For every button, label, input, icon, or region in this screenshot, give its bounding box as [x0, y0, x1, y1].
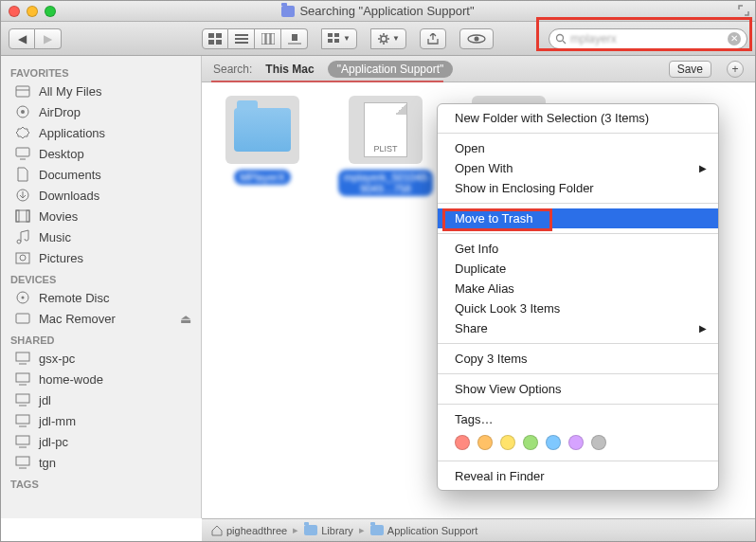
clear-search-button[interactable]: ✕ [728, 32, 741, 45]
menu-copy-items[interactable]: Copy 3 Items [438, 349, 718, 369]
menu-duplicate[interactable]: Duplicate [438, 259, 718, 279]
svg-rect-21 [16, 86, 29, 97]
svg-rect-1 [216, 33, 222, 38]
applications-icon [14, 125, 31, 140]
pictures-icon [14, 250, 31, 265]
forward-button[interactable]: ▶ [35, 28, 62, 49]
close-window-button[interactable] [9, 6, 20, 17]
path-crumb-appsupport[interactable]: Application Support [370, 525, 477, 536]
shared-pc-icon [14, 455, 31, 470]
action-button[interactable]: ▼ [370, 28, 406, 49]
menu-tags[interactable]: Tags… [438, 409, 718, 429]
sidebar-item-downloads[interactable]: Downloads [1, 185, 201, 206]
coverflow-view-button[interactable] [281, 28, 308, 49]
sidebar: FAVORITES All My Files AirDrop Applicati… [1, 56, 202, 518]
tag-orange[interactable] [477, 435, 493, 450]
menu-new-folder-selection[interactable]: New Folder with Selection (3 Items) [438, 108, 718, 128]
svg-rect-13 [334, 33, 339, 37]
menu-reveal-in-finder[interactable]: Reveal in Finder [438, 466, 718, 486]
shared-pc-icon [14, 371, 31, 387]
file-item-plist[interactable]: PLIST mplayerk_501048-9049…758 [344, 96, 427, 505]
sidebar-item-all-my-files[interactable]: All My Files [1, 81, 201, 101]
sidebar-header-devices: DEVICES [1, 268, 201, 287]
eject-icon[interactable]: ⏏ [180, 312, 191, 326]
chevron-right-icon: ▸ [359, 524, 365, 536]
folder-icon [234, 108, 291, 152]
sidebar-item-movies[interactable]: Movies [1, 206, 201, 226]
sidebar-item-tgn[interactable]: tgn [1, 452, 201, 473]
svg-rect-38 [16, 373, 29, 382]
shared-pc-icon [14, 392, 31, 407]
save-search-button[interactable]: Save [669, 61, 711, 78]
arrange-button[interactable]: ▼ [321, 28, 357, 49]
sidebar-item-music[interactable]: Music [1, 226, 201, 247]
svg-point-24 [21, 110, 25, 114]
remote-disc-icon [14, 290, 31, 305]
menu-move-to-trash[interactable]: Move to Trash [438, 208, 718, 228]
sidebar-item-documents[interactable]: Documents [1, 164, 201, 185]
column-view-button[interactable] [255, 28, 281, 49]
sidebar-header-favorites: FAVORITES [1, 62, 201, 81]
add-criteria-button[interactable]: + [727, 61, 744, 78]
folder-icon [304, 525, 317, 535]
svg-rect-35 [16, 314, 29, 323]
svg-rect-46 [16, 457, 29, 465]
minimize-window-button[interactable] [27, 6, 38, 17]
tag-color-row [438, 429, 718, 456]
home-icon [211, 525, 223, 536]
share-button[interactable] [420, 28, 446, 49]
file-item-folder[interactable]: MPlayerX [221, 96, 304, 505]
search-input[interactable] [570, 32, 724, 45]
tag-gray[interactable] [591, 435, 606, 450]
menu-show-enclosing[interactable]: Show in Enclosing Folder [438, 178, 718, 198]
list-view-button[interactable] [228, 28, 255, 49]
sidebar-item-gsx-pc[interactable]: gsx-pc [1, 348, 201, 369]
svg-rect-36 [16, 352, 29, 361]
sidebar-item-applications[interactable]: Applications [1, 122, 201, 143]
tag-red[interactable] [455, 435, 470, 450]
sidebar-item-jdl-mm[interactable]: jdl-mm [1, 410, 201, 431]
sidebar-item-remote-disc[interactable]: Remote Disc [1, 287, 201, 308]
sidebar-item-mac-remover[interactable]: Mac Remover⏏ [1, 308, 201, 329]
desktop-icon [14, 146, 31, 161]
scope-tab-this-mac[interactable]: This Mac [261, 61, 317, 78]
fullscreen-icon[interactable] [738, 5, 749, 16]
chevron-right-icon: ▸ [293, 524, 298, 536]
menu-share[interactable]: Share [438, 318, 718, 338]
tag-green[interactable] [523, 435, 538, 450]
zoom-window-button[interactable] [45, 6, 56, 17]
svg-rect-3 [216, 40, 222, 45]
svg-rect-15 [334, 39, 339, 43]
menu-show-view-options[interactable]: Show View Options [438, 379, 718, 399]
ext-drive-icon [14, 311, 31, 326]
shared-pc-icon [14, 413, 31, 428]
search-icon [555, 33, 567, 45]
svg-rect-8 [266, 33, 270, 45]
scope-label: Search: [213, 63, 252, 76]
path-crumb-home[interactable]: pigheadthree [211, 525, 287, 536]
tags-button[interactable] [459, 28, 494, 49]
sidebar-item-desktop[interactable]: Desktop [1, 143, 201, 164]
path-crumb-library[interactable]: Library [304, 525, 353, 536]
svg-rect-12 [328, 33, 333, 37]
svg-rect-2 [208, 40, 214, 45]
menu-open[interactable]: Open [438, 138, 718, 158]
menu-quick-look[interactable]: Quick Look 3 Items [438, 298, 718, 318]
menu-make-alias[interactable]: Make Alias [438, 279, 718, 298]
sidebar-item-airdrop[interactable]: AirDrop [1, 101, 201, 122]
menu-open-with[interactable]: Open With [438, 158, 718, 178]
tag-purple[interactable] [568, 435, 584, 450]
icon-view-button[interactable] [202, 28, 228, 49]
sidebar-item-home-wode[interactable]: home-wode [1, 369, 201, 389]
scope-tab-application-support[interactable]: "Application Support" [328, 61, 454, 78]
menu-get-info[interactable]: Get Info [438, 239, 718, 259]
back-button[interactable]: ◀ [9, 28, 35, 49]
tag-blue[interactable] [546, 435, 561, 450]
sidebar-item-jdl[interactable]: jdl [1, 389, 201, 410]
sidebar-item-jdl-pc[interactable]: jdl-pc [1, 431, 201, 452]
sidebar-item-pictures[interactable]: Pictures [1, 247, 201, 268]
search-field[interactable]: ✕ [549, 28, 747, 49]
tag-yellow[interactable] [500, 435, 515, 450]
search-scope-bar: Search: This Mac "Application Support" S… [202, 56, 755, 82]
all-my-files-icon [14, 83, 31, 99]
